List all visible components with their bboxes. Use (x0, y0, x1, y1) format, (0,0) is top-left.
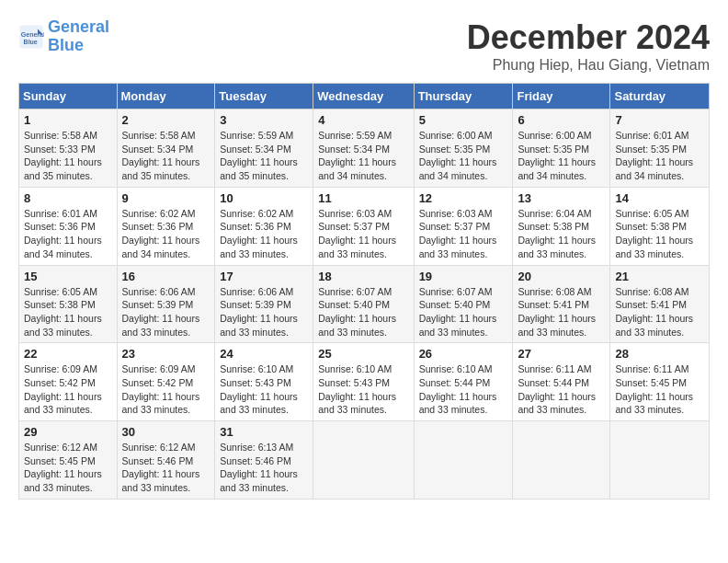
day-number: 18 (318, 270, 408, 283)
day-detail: Sunrise: 6:09 AM Sunset: 5:42 PM Dayligh… (122, 362, 210, 417)
calendar-title: December 2024 (467, 18, 710, 57)
calendar-day-header: Sunday (19, 84, 118, 109)
day-detail: Sunrise: 6:01 AM Sunset: 5:36 PM Dayligh… (24, 207, 112, 261)
day-detail: Sunrise: 5:59 AM Sunset: 5:34 PM Dayligh… (220, 129, 308, 183)
day-number: 1 (24, 113, 112, 127)
day-detail: Sunrise: 6:02 AM Sunset: 5:36 PM Dayligh… (220, 207, 308, 261)
day-detail: Sunrise: 5:58 AM Sunset: 5:33 PM Dayligh… (24, 129, 112, 183)
calendar-subtitle: Phung Hiep, Hau Giang, Vietnam (467, 57, 710, 74)
calendar-cell (414, 421, 513, 500)
day-number: 10 (220, 191, 308, 205)
day-number: 22 (24, 347, 112, 361)
calendar-table: SundayMondayTuesdayWednesdayThursdayFrid… (18, 83, 710, 500)
day-detail: Sunrise: 6:02 AM Sunset: 5:36 PM Dayligh… (122, 207, 210, 261)
calendar-cell: 20Sunrise: 6:08 AM Sunset: 5:41 PM Dayli… (513, 265, 610, 343)
day-number: 2 (122, 113, 210, 127)
calendar-day-header: Thursday (414, 84, 513, 109)
day-detail: Sunrise: 6:04 AM Sunset: 5:38 PM Dayligh… (518, 207, 605, 261)
day-number: 5 (419, 113, 508, 127)
calendar-cell: 27Sunrise: 6:11 AM Sunset: 5:44 PM Dayli… (513, 343, 610, 421)
day-detail: Sunrise: 6:07 AM Sunset: 5:40 PM Dayligh… (318, 285, 408, 339)
calendar-cell: 2Sunrise: 5:58 AM Sunset: 5:34 PM Daylig… (117, 109, 215, 188)
day-detail: Sunrise: 6:05 AM Sunset: 5:38 PM Dayligh… (615, 207, 704, 261)
day-detail: Sunrise: 5:59 AM Sunset: 5:34 PM Dayligh… (318, 129, 408, 183)
calendar-week-row: 29Sunrise: 6:12 AM Sunset: 5:45 PM Dayli… (19, 421, 710, 500)
calendar-cell: 16Sunrise: 6:06 AM Sunset: 5:39 PM Dayli… (117, 265, 215, 343)
calendar-cell: 5Sunrise: 6:00 AM Sunset: 5:35 PM Daylig… (414, 109, 513, 188)
calendar-cell: 24Sunrise: 6:10 AM Sunset: 5:43 PM Dayli… (215, 343, 313, 421)
day-detail: Sunrise: 6:03 AM Sunset: 5:37 PM Dayligh… (318, 207, 408, 261)
day-number: 6 (518, 113, 605, 127)
calendar-cell: 4Sunrise: 5:59 AM Sunset: 5:34 PM Daylig… (313, 109, 414, 188)
day-number: 12 (419, 191, 508, 205)
calendar-week-row: 8Sunrise: 6:01 AM Sunset: 5:36 PM Daylig… (19, 187, 710, 265)
calendar-cell: 7Sunrise: 6:01 AM Sunset: 5:35 PM Daylig… (610, 109, 710, 188)
day-number: 8 (24, 191, 112, 205)
day-detail: Sunrise: 6:09 AM Sunset: 5:42 PM Dayligh… (24, 362, 112, 417)
day-number: 20 (518, 270, 605, 283)
day-detail: Sunrise: 6:11 AM Sunset: 5:44 PM Dayligh… (518, 362, 605, 417)
day-number: 15 (24, 270, 112, 283)
day-number: 21 (615, 270, 704, 283)
day-number: 26 (419, 347, 508, 361)
svg-text:Blue: Blue (24, 39, 38, 45)
day-detail: Sunrise: 6:00 AM Sunset: 5:35 PM Dayligh… (419, 129, 508, 183)
calendar-cell: 21Sunrise: 6:08 AM Sunset: 5:41 PM Dayli… (610, 265, 710, 343)
page-header: General Blue General Blue December 2024 … (18, 18, 710, 74)
day-number: 28 (615, 347, 704, 361)
day-detail: Sunrise: 6:12 AM Sunset: 5:46 PM Dayligh… (122, 441, 210, 495)
day-number: 7 (615, 113, 704, 127)
day-detail: Sunrise: 6:03 AM Sunset: 5:37 PM Dayligh… (419, 207, 508, 261)
calendar-day-header: Tuesday (215, 84, 313, 109)
calendar-day-header: Friday (513, 84, 610, 109)
logo-text: General Blue (48, 18, 109, 55)
logo-icon: General Blue (18, 24, 44, 50)
calendar-body: 1Sunrise: 5:58 AM Sunset: 5:33 PM Daylig… (19, 109, 710, 500)
day-number: 14 (615, 191, 704, 205)
day-number: 11 (318, 191, 408, 205)
day-detail: Sunrise: 6:00 AM Sunset: 5:35 PM Dayligh… (518, 129, 605, 183)
calendar-cell: 18Sunrise: 6:07 AM Sunset: 5:40 PM Dayli… (313, 265, 414, 343)
day-detail: Sunrise: 6:08 AM Sunset: 5:41 PM Dayligh… (615, 285, 704, 339)
day-detail: Sunrise: 6:13 AM Sunset: 5:46 PM Dayligh… (220, 441, 308, 495)
calendar-cell: 22Sunrise: 6:09 AM Sunset: 5:42 PM Dayli… (19, 343, 118, 421)
calendar-cell: 25Sunrise: 6:10 AM Sunset: 5:43 PM Dayli… (313, 343, 414, 421)
day-number: 25 (318, 347, 408, 361)
day-detail: Sunrise: 6:05 AM Sunset: 5:38 PM Dayligh… (24, 285, 112, 339)
logo: General Blue General Blue (18, 18, 109, 55)
calendar-cell: 23Sunrise: 6:09 AM Sunset: 5:42 PM Dayli… (117, 343, 215, 421)
calendar-day-header: Monday (117, 84, 215, 109)
calendar-cell: 13Sunrise: 6:04 AM Sunset: 5:38 PM Dayli… (513, 187, 610, 265)
calendar-cell: 1Sunrise: 5:58 AM Sunset: 5:33 PM Daylig… (19, 109, 118, 188)
calendar-cell (610, 421, 710, 500)
day-number: 13 (518, 191, 605, 205)
day-detail: Sunrise: 6:07 AM Sunset: 5:40 PM Dayligh… (419, 285, 508, 339)
calendar-cell (513, 421, 610, 500)
calendar-cell: 17Sunrise: 6:06 AM Sunset: 5:39 PM Dayli… (215, 265, 313, 343)
calendar-cell: 12Sunrise: 6:03 AM Sunset: 5:37 PM Dayli… (414, 187, 513, 265)
day-number: 4 (318, 113, 408, 127)
day-number: 17 (220, 270, 308, 283)
calendar-day-header: Wednesday (313, 84, 414, 109)
day-detail: Sunrise: 6:06 AM Sunset: 5:39 PM Dayligh… (220, 285, 308, 339)
day-number: 31 (220, 425, 308, 439)
day-number: 27 (518, 347, 605, 361)
day-number: 24 (220, 347, 308, 361)
day-number: 29 (24, 425, 112, 439)
day-detail: Sunrise: 6:12 AM Sunset: 5:45 PM Dayligh… (24, 441, 112, 495)
calendar-cell: 15Sunrise: 6:05 AM Sunset: 5:38 PM Dayli… (19, 265, 118, 343)
calendar-cell: 19Sunrise: 6:07 AM Sunset: 5:40 PM Dayli… (414, 265, 513, 343)
calendar-cell: 30Sunrise: 6:12 AM Sunset: 5:46 PM Dayli… (117, 421, 215, 500)
calendar-day-header: Saturday (610, 84, 710, 109)
calendar-cell: 26Sunrise: 6:10 AM Sunset: 5:44 PM Dayli… (414, 343, 513, 421)
calendar-week-row: 15Sunrise: 6:05 AM Sunset: 5:38 PM Dayli… (19, 265, 710, 343)
day-detail: Sunrise: 6:06 AM Sunset: 5:39 PM Dayligh… (122, 285, 210, 339)
calendar-cell: 9Sunrise: 6:02 AM Sunset: 5:36 PM Daylig… (117, 187, 215, 265)
day-number: 9 (122, 191, 210, 205)
day-detail: Sunrise: 6:10 AM Sunset: 5:43 PM Dayligh… (318, 362, 408, 417)
day-detail: Sunrise: 6:08 AM Sunset: 5:41 PM Dayligh… (518, 285, 605, 339)
calendar-cell: 3Sunrise: 5:59 AM Sunset: 5:34 PM Daylig… (215, 109, 313, 188)
day-detail: Sunrise: 6:10 AM Sunset: 5:43 PM Dayligh… (220, 362, 308, 417)
day-detail: Sunrise: 6:01 AM Sunset: 5:35 PM Dayligh… (615, 129, 704, 183)
day-number: 3 (220, 113, 308, 127)
